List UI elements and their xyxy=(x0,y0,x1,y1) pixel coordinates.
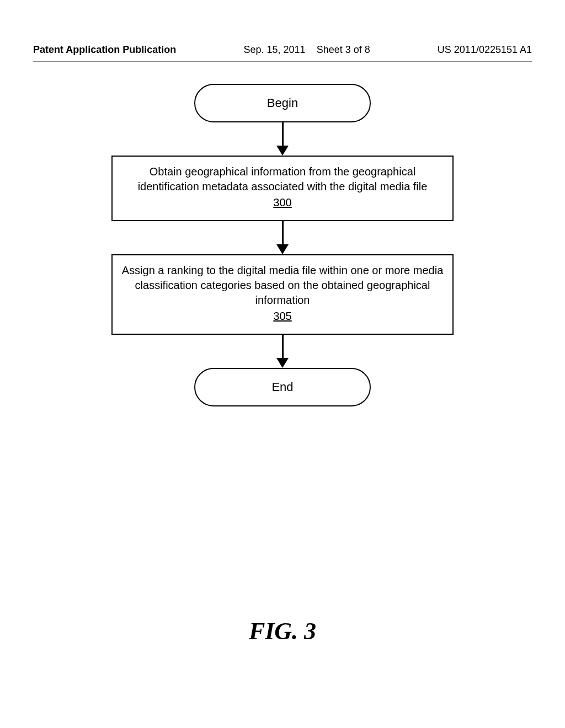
arrow-head-icon xyxy=(276,146,289,156)
arrow-head-icon xyxy=(276,244,289,254)
header-divider xyxy=(33,61,532,62)
terminator-begin-label: Begin xyxy=(267,96,298,110)
process-step-305: Assign a ranking to the digital media fi… xyxy=(111,254,454,335)
header-sheet: Sheet 3 of 8 xyxy=(317,44,370,55)
figure-label: FIG. 3 xyxy=(0,617,565,645)
process-step-300-text: Obtain geographical information from the… xyxy=(138,165,428,192)
process-step-300: Obtain geographical information from the… xyxy=(111,156,454,221)
terminator-end: End xyxy=(194,368,371,406)
page-header: Patent Application Publication Sep. 15, … xyxy=(33,44,532,56)
arrow-shaft xyxy=(282,221,284,244)
arrow-2 xyxy=(276,221,289,254)
arrow-3 xyxy=(276,335,289,368)
process-step-305-ref: 305 xyxy=(120,309,445,324)
arrow-shaft xyxy=(282,122,284,146)
arrow-1 xyxy=(276,122,289,156)
terminator-begin: Begin xyxy=(194,84,371,122)
header-publication-type: Patent Application Publication xyxy=(33,44,176,56)
process-step-305-text: Assign a ranking to the digital media fi… xyxy=(122,264,444,306)
arrow-head-icon xyxy=(276,358,289,368)
header-pub-number: US 2011/0225151 A1 xyxy=(438,44,532,56)
terminator-end-label: End xyxy=(271,380,293,394)
arrow-shaft xyxy=(282,335,284,358)
header-date: Sep. 15, 2011 xyxy=(244,44,306,55)
flowchart: Begin Obtain geographical information fr… xyxy=(111,84,454,406)
process-step-300-ref: 300 xyxy=(120,195,445,210)
header-date-sheet: Sep. 15, 2011 Sheet 3 of 8 xyxy=(244,44,370,56)
